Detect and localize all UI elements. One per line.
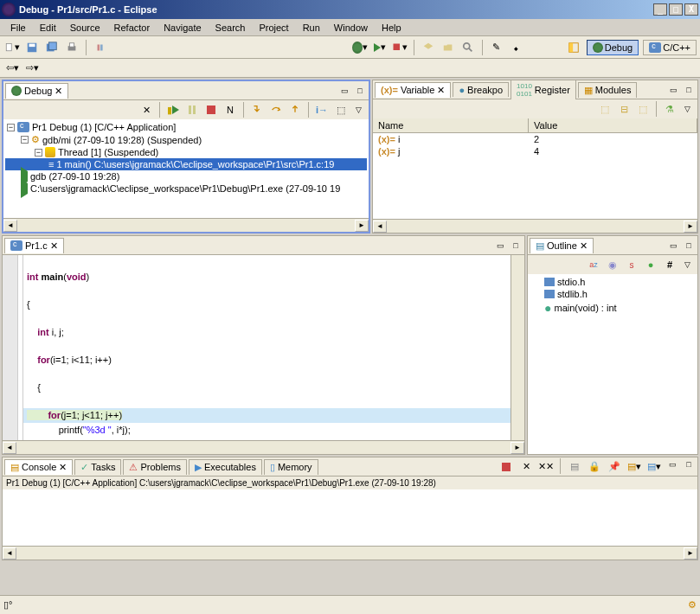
remove-all-button[interactable]: ✕✕ <box>537 458 555 476</box>
print-button[interactable] <box>63 39 80 56</box>
instruction-step-button[interactable]: i→ <box>313 101 331 118</box>
scrollbar[interactable]: ◄► <box>3 440 524 454</box>
hide-inactive-button[interactable]: # <box>661 256 678 273</box>
close-tab-icon[interactable]: ✕ <box>50 240 58 252</box>
tab-memory[interactable]: ▯Memory <box>264 459 318 475</box>
scroll-lock-button[interactable]: 🔒 <box>586 458 603 476</box>
view-menu-icon[interactable]: ▽ <box>680 103 694 115</box>
forward-button[interactable]: ⇨▾ <box>23 60 41 77</box>
scrollbar[interactable]: ◄► <box>3 218 369 232</box>
remove-launch-button[interactable]: ✕ <box>517 458 535 476</box>
toggle-button[interactable]: ⚗ <box>661 100 678 118</box>
tab-tasks[interactable]: ✓Tasks <box>74 459 121 475</box>
maximize-view-icon[interactable]: □ <box>509 240 523 252</box>
maximize-view-icon[interactable]: □ <box>353 85 367 97</box>
close-tab-icon[interactable]: ✕ <box>580 240 588 252</box>
tab-executables[interactable]: ▶Executables <box>189 459 262 475</box>
tab-debug[interactable]: Debug✕ <box>5 83 68 99</box>
next-annotation-button[interactable]: ⬥ <box>508 39 525 56</box>
disconnect-button[interactable]: N <box>222 101 239 118</box>
close-tab-icon[interactable]: ✕ <box>55 86 62 97</box>
variable-row[interactable]: (x)= i 2 <box>373 133 697 145</box>
remove-terminated-button[interactable]: ✕ <box>138 101 155 118</box>
minimize-view-icon[interactable]: ▭ <box>337 85 351 97</box>
add-global-button[interactable]: ⬚ <box>634 100 652 118</box>
menu-source[interactable]: Source <box>63 21 107 35</box>
resume-button[interactable]: ▮ <box>164 101 182 118</box>
gutter[interactable] <box>3 255 18 440</box>
drop-to-frame-button[interactable]: ⬚ <box>332 101 350 118</box>
minimize-view-icon[interactable]: ▭ <box>666 84 680 96</box>
debug-tree-launch[interactable]: −Pr1 Debug (1) [C/C++ Application] <box>5 121 367 133</box>
perspective-cpp[interactable]: C/C++ <box>643 40 697 55</box>
clear-console-button[interactable]: ▤ <box>566 458 583 476</box>
minimize-view-icon[interactable]: ▭ <box>665 458 679 470</box>
show-type-button[interactable]: ⬚ <box>596 100 613 118</box>
tab-breakpoints[interactable]: ●Breakpo <box>453 82 509 97</box>
back-button[interactable]: ⇦▾ <box>3 60 21 77</box>
hide-fields-button[interactable]: ◉ <box>604 256 621 273</box>
hide-static-button[interactable]: s <box>623 256 640 273</box>
tab-editor-file[interactable]: Pr1.c✕ <box>4 238 64 253</box>
variable-row[interactable]: (x)= j 4 <box>373 145 697 157</box>
menu-run[interactable]: Run <box>296 21 327 35</box>
code-editor[interactable]: int main(void) { int i, j; for(i=1; i<11… <box>3 255 524 440</box>
menu-help[interactable]: Help <box>375 21 408 35</box>
column-name[interactable]: Name <box>373 118 529 132</box>
new-button[interactable]: ▾ <box>3 39 21 56</box>
debug-tree-process[interactable]: −⚙gdb/mi (27-09-10 19:28) (Suspended) <box>5 133 367 146</box>
run-button[interactable]: ▾ <box>371 39 389 56</box>
menu-edit[interactable]: Edit <box>33 21 63 35</box>
tab-console[interactable]: ▤Console✕ <box>4 459 73 475</box>
maximize-view-icon[interactable]: □ <box>682 240 696 252</box>
hide-nonpublic-button[interactable]: ● <box>642 256 659 273</box>
debug-tree-exe[interactable]: C:\users\jgramack\C\eclipse_workspace\Pr… <box>5 182 367 195</box>
collapse-button[interactable]: ⊟ <box>615 100 633 118</box>
close-tab-icon[interactable]: ✕ <box>59 462 67 473</box>
maximize-view-icon[interactable]: □ <box>682 458 696 470</box>
menu-search[interactable]: Search <box>209 21 253 35</box>
minimize-button[interactable]: _ <box>653 3 667 16</box>
open-console-button[interactable]: ▤▾ <box>645 458 663 476</box>
tab-outline[interactable]: ▤Outline✕ <box>530 238 594 253</box>
scrollbar[interactable]: ◄► <box>373 219 697 233</box>
debug-tree-gdb[interactable]: gdb (27-09-10 19:28) <box>5 170 367 182</box>
terminate-console-button[interactable] <box>498 458 515 476</box>
view-menu-icon[interactable]: ▽ <box>680 259 694 271</box>
column-value[interactable]: Value <box>529 118 697 132</box>
outline-item[interactable]: ●main(void) : int <box>530 300 696 316</box>
toggle-mark-button[interactable]: ✎ <box>488 39 505 56</box>
close-tab-icon[interactable]: ✕ <box>437 85 445 96</box>
pin-console-button[interactable]: 📌 <box>606 458 623 476</box>
sort-button[interactable]: az <box>585 256 602 273</box>
tab-registers[interactable]: 10100101Register <box>511 80 576 99</box>
step-return-button[interactable] <box>286 101 304 118</box>
tab-modules[interactable]: ▦Modules <box>578 82 638 98</box>
debug-tree-thread[interactable]: −Thread [1] (Suspended) <box>5 146 367 158</box>
outline-item[interactable]: stdio.h <box>530 276 696 288</box>
tab-variables[interactable]: (x)=Variable✕ <box>375 82 451 98</box>
view-menu-icon[interactable]: ▽ <box>351 104 365 116</box>
display-console-button[interactable]: ▤▾ <box>626 458 643 476</box>
code-content[interactable]: int main(void) { int i, j; for(i=1; i<11… <box>23 255 511 440</box>
step-into-button[interactable] <box>248 101 266 118</box>
console-output[interactable] <box>3 489 697 546</box>
maximize-view-icon[interactable]: □ <box>682 84 696 96</box>
step-over-button[interactable] <box>267 101 285 118</box>
perspective-debug[interactable]: Debug <box>587 40 639 55</box>
ext-tools-button[interactable]: ▾ <box>391 39 408 56</box>
open-type-button[interactable] <box>420 39 437 56</box>
terminate-button[interactable] <box>202 101 220 118</box>
close-button[interactable]: X <box>684 3 698 16</box>
scrollbar[interactable]: ◄► <box>3 546 697 560</box>
save-button[interactable] <box>23 39 41 56</box>
suspend-button[interactable] <box>183 101 201 118</box>
tab-problems[interactable]: ⚠Problems <box>123 459 186 475</box>
open-perspective-button[interactable] <box>565 39 582 56</box>
build-button[interactable] <box>92 39 109 56</box>
menu-project[interactable]: Project <box>252 21 295 35</box>
menu-window[interactable]: Window <box>327 21 375 35</box>
save-all-button[interactable] <box>43 39 61 56</box>
menu-navigate[interactable]: Navigate <box>157 21 208 35</box>
outline-item[interactable]: stdlib.h <box>530 288 696 300</box>
